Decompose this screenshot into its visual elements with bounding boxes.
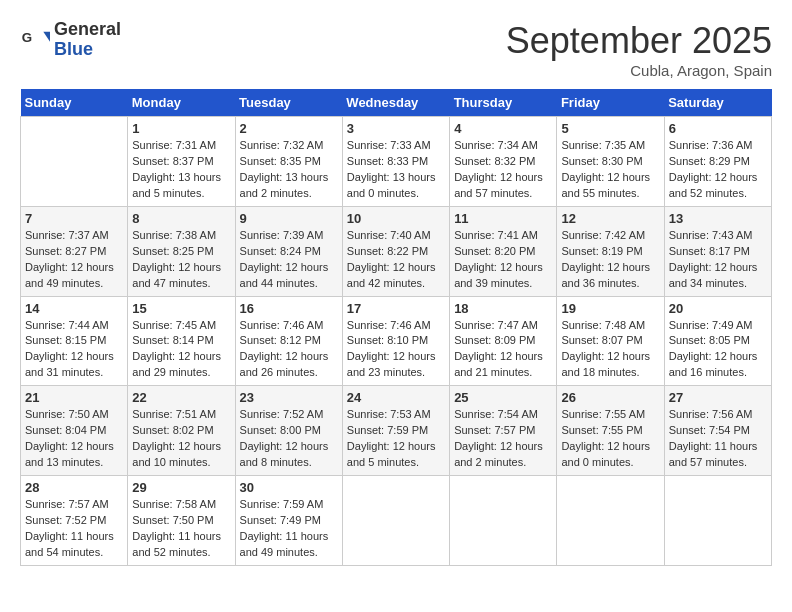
day-number: 9 <box>240 211 338 226</box>
calendar-cell: 12Sunrise: 7:42 AM Sunset: 8:19 PM Dayli… <box>557 206 664 296</box>
day-info: Sunrise: 7:48 AM Sunset: 8:07 PM Dayligh… <box>561 318 659 382</box>
svg-text:G: G <box>22 29 32 44</box>
logo-general: General <box>54 20 121 40</box>
calendar-week-3: 14Sunrise: 7:44 AM Sunset: 8:15 PM Dayli… <box>21 296 772 386</box>
location: Cubla, Aragon, Spain <box>506 62 772 79</box>
calendar-cell: 9Sunrise: 7:39 AM Sunset: 8:24 PM Daylig… <box>235 206 342 296</box>
calendar-header-row: SundayMondayTuesdayWednesdayThursdayFrid… <box>21 89 772 117</box>
day-number: 16 <box>240 301 338 316</box>
day-info: Sunrise: 7:46 AM Sunset: 8:10 PM Dayligh… <box>347 318 445 382</box>
col-header-friday: Friday <box>557 89 664 117</box>
calendar-cell: 4Sunrise: 7:34 AM Sunset: 8:32 PM Daylig… <box>450 117 557 207</box>
col-header-tuesday: Tuesday <box>235 89 342 117</box>
day-info: Sunrise: 7:38 AM Sunset: 8:25 PM Dayligh… <box>132 228 230 292</box>
calendar-cell: 23Sunrise: 7:52 AM Sunset: 8:00 PM Dayli… <box>235 386 342 476</box>
day-number: 7 <box>25 211 123 226</box>
col-header-saturday: Saturday <box>664 89 771 117</box>
calendar-cell: 17Sunrise: 7:46 AM Sunset: 8:10 PM Dayli… <box>342 296 449 386</box>
day-number: 22 <box>132 390 230 405</box>
calendar-cell: 10Sunrise: 7:40 AM Sunset: 8:22 PM Dayli… <box>342 206 449 296</box>
calendar-cell <box>342 476 449 566</box>
day-info: Sunrise: 7:39 AM Sunset: 8:24 PM Dayligh… <box>240 228 338 292</box>
day-info: Sunrise: 7:56 AM Sunset: 7:54 PM Dayligh… <box>669 407 767 471</box>
day-number: 24 <box>347 390 445 405</box>
page-header: G General Blue September 2025 Cubla, Ara… <box>20 20 772 79</box>
calendar-cell: 7Sunrise: 7:37 AM Sunset: 8:27 PM Daylig… <box>21 206 128 296</box>
calendar-cell: 5Sunrise: 7:35 AM Sunset: 8:30 PM Daylig… <box>557 117 664 207</box>
calendar-cell: 26Sunrise: 7:55 AM Sunset: 7:55 PM Dayli… <box>557 386 664 476</box>
logo: G General Blue <box>20 20 121 60</box>
month-title: September 2025 <box>506 20 772 62</box>
day-number: 17 <box>347 301 445 316</box>
day-number: 13 <box>669 211 767 226</box>
day-info: Sunrise: 7:59 AM Sunset: 7:49 PM Dayligh… <box>240 497 338 561</box>
calendar-cell: 28Sunrise: 7:57 AM Sunset: 7:52 PM Dayli… <box>21 476 128 566</box>
col-header-thursday: Thursday <box>450 89 557 117</box>
day-info: Sunrise: 7:42 AM Sunset: 8:19 PM Dayligh… <box>561 228 659 292</box>
calendar-cell: 24Sunrise: 7:53 AM Sunset: 7:59 PM Dayli… <box>342 386 449 476</box>
day-number: 23 <box>240 390 338 405</box>
day-info: Sunrise: 7:37 AM Sunset: 8:27 PM Dayligh… <box>25 228 123 292</box>
calendar-table: SundayMondayTuesdayWednesdayThursdayFrid… <box>20 89 772 566</box>
day-number: 10 <box>347 211 445 226</box>
calendar-cell: 22Sunrise: 7:51 AM Sunset: 8:02 PM Dayli… <box>128 386 235 476</box>
calendar-cell: 15Sunrise: 7:45 AM Sunset: 8:14 PM Dayli… <box>128 296 235 386</box>
logo-text: General Blue <box>54 20 121 60</box>
day-number: 12 <box>561 211 659 226</box>
day-info: Sunrise: 7:49 AM Sunset: 8:05 PM Dayligh… <box>669 318 767 382</box>
day-number: 2 <box>240 121 338 136</box>
day-number: 14 <box>25 301 123 316</box>
calendar-cell: 6Sunrise: 7:36 AM Sunset: 8:29 PM Daylig… <box>664 117 771 207</box>
day-number: 8 <box>132 211 230 226</box>
day-info: Sunrise: 7:53 AM Sunset: 7:59 PM Dayligh… <box>347 407 445 471</box>
calendar-cell: 8Sunrise: 7:38 AM Sunset: 8:25 PM Daylig… <box>128 206 235 296</box>
calendar-week-2: 7Sunrise: 7:37 AM Sunset: 8:27 PM Daylig… <box>21 206 772 296</box>
day-info: Sunrise: 7:32 AM Sunset: 8:35 PM Dayligh… <box>240 138 338 202</box>
day-info: Sunrise: 7:51 AM Sunset: 8:02 PM Dayligh… <box>132 407 230 471</box>
calendar-week-5: 28Sunrise: 7:57 AM Sunset: 7:52 PM Dayli… <box>21 476 772 566</box>
day-number: 1 <box>132 121 230 136</box>
day-number: 4 <box>454 121 552 136</box>
calendar-cell: 21Sunrise: 7:50 AM Sunset: 8:04 PM Dayli… <box>21 386 128 476</box>
day-info: Sunrise: 7:57 AM Sunset: 7:52 PM Dayligh… <box>25 497 123 561</box>
calendar-cell <box>450 476 557 566</box>
svg-marker-1 <box>43 31 50 41</box>
day-info: Sunrise: 7:34 AM Sunset: 8:32 PM Dayligh… <box>454 138 552 202</box>
day-number: 3 <box>347 121 445 136</box>
day-number: 18 <box>454 301 552 316</box>
day-number: 27 <box>669 390 767 405</box>
day-number: 11 <box>454 211 552 226</box>
logo-icon: G <box>20 25 50 55</box>
day-info: Sunrise: 7:54 AM Sunset: 7:57 PM Dayligh… <box>454 407 552 471</box>
col-header-wednesday: Wednesday <box>342 89 449 117</box>
calendar-cell <box>21 117 128 207</box>
day-info: Sunrise: 7:40 AM Sunset: 8:22 PM Dayligh… <box>347 228 445 292</box>
calendar-cell: 11Sunrise: 7:41 AM Sunset: 8:20 PM Dayli… <box>450 206 557 296</box>
calendar-cell: 25Sunrise: 7:54 AM Sunset: 7:57 PM Dayli… <box>450 386 557 476</box>
day-number: 15 <box>132 301 230 316</box>
logo-blue-text: Blue <box>54 40 121 60</box>
day-number: 5 <box>561 121 659 136</box>
day-number: 20 <box>669 301 767 316</box>
day-number: 30 <box>240 480 338 495</box>
day-info: Sunrise: 7:31 AM Sunset: 8:37 PM Dayligh… <box>132 138 230 202</box>
calendar-week-4: 21Sunrise: 7:50 AM Sunset: 8:04 PM Dayli… <box>21 386 772 476</box>
calendar-cell: 2Sunrise: 7:32 AM Sunset: 8:35 PM Daylig… <box>235 117 342 207</box>
calendar-cell: 29Sunrise: 7:58 AM Sunset: 7:50 PM Dayli… <box>128 476 235 566</box>
calendar-cell: 14Sunrise: 7:44 AM Sunset: 8:15 PM Dayli… <box>21 296 128 386</box>
day-info: Sunrise: 7:35 AM Sunset: 8:30 PM Dayligh… <box>561 138 659 202</box>
day-number: 6 <box>669 121 767 136</box>
calendar-week-1: 1Sunrise: 7:31 AM Sunset: 8:37 PM Daylig… <box>21 117 772 207</box>
title-block: September 2025 Cubla, Aragon, Spain <box>506 20 772 79</box>
day-number: 25 <box>454 390 552 405</box>
day-info: Sunrise: 7:55 AM Sunset: 7:55 PM Dayligh… <box>561 407 659 471</box>
calendar-cell: 16Sunrise: 7:46 AM Sunset: 8:12 PM Dayli… <box>235 296 342 386</box>
day-info: Sunrise: 7:33 AM Sunset: 8:33 PM Dayligh… <box>347 138 445 202</box>
day-info: Sunrise: 7:52 AM Sunset: 8:00 PM Dayligh… <box>240 407 338 471</box>
day-info: Sunrise: 7:50 AM Sunset: 8:04 PM Dayligh… <box>25 407 123 471</box>
calendar-cell: 13Sunrise: 7:43 AM Sunset: 8:17 PM Dayli… <box>664 206 771 296</box>
day-info: Sunrise: 7:46 AM Sunset: 8:12 PM Dayligh… <box>240 318 338 382</box>
calendar-cell: 18Sunrise: 7:47 AM Sunset: 8:09 PM Dayli… <box>450 296 557 386</box>
day-info: Sunrise: 7:58 AM Sunset: 7:50 PM Dayligh… <box>132 497 230 561</box>
day-number: 19 <box>561 301 659 316</box>
